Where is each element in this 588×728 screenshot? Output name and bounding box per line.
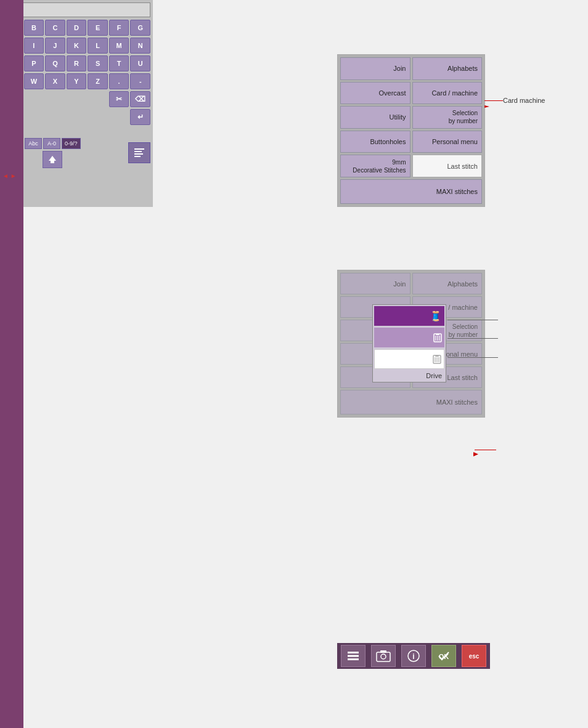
keyboard-row-3: O P Q R S T U	[2, 55, 150, 71]
keyboard-row-4: V W X Y Z . -	[2, 73, 150, 89]
key-l[interactable]: L	[88, 38, 108, 54]
key-f[interactable]: F	[109, 20, 129, 36]
key-n[interactable]: N	[130, 38, 150, 54]
text-layout-button[interactable]	[128, 142, 150, 163]
key-empty-3	[45, 91, 65, 107]
key-t[interactable]: T	[109, 55, 129, 71]
svg-marker-26	[473, 452, 478, 456]
dropdown-footer: Drive	[374, 371, 444, 381]
toolbar-ok-button[interactable]: OK	[431, 645, 456, 667]
card-machine-button[interactable]: Card / machine	[412, 82, 483, 105]
key-empty-9	[67, 109, 87, 125]
key-dash[interactable]: -	[130, 73, 150, 89]
shift-button[interactable]	[43, 151, 62, 168]
esc-icon: esc	[465, 650, 483, 662]
selection-by-number-button[interactable]: Selectionby number	[412, 106, 483, 129]
key-i[interactable]: I	[24, 38, 44, 54]
key-empty-10	[88, 109, 108, 125]
key-enter[interactable]: ↵	[130, 109, 150, 125]
maxi-button-2[interactable]: MAXI stitches	[340, 390, 482, 415]
key-s[interactable]: S	[88, 55, 108, 71]
card-machine-label: Card machine	[503, 97, 545, 104]
bottom-controls: 42.6 + - ◄ ► Abc A-0 0-9/?	[2, 127, 150, 179]
svg-rect-14	[134, 153, 143, 155]
svg-text:i: i	[412, 652, 414, 661]
toolbar-esc-button[interactable]: esc	[462, 645, 486, 667]
camera-icon	[376, 650, 391, 662]
join-button[interactable]: Join	[340, 57, 410, 80]
key-empty-7	[24, 109, 44, 125]
key-backspace[interactable]: ⌫	[130, 91, 150, 107]
shift-area	[25, 151, 81, 168]
dropdown-overlay: 🧵 Drive	[372, 304, 446, 382]
svg-rect-2	[436, 334, 439, 335]
key-empty-8	[45, 109, 65, 125]
maxi-stitches-button[interactable]: MAXI stitches	[340, 179, 482, 204]
key-u[interactable]: U	[130, 55, 150, 71]
personal-menu-button[interactable]: Personal menu	[412, 131, 483, 153]
key-c[interactable]: C	[45, 20, 65, 36]
key-r[interactable]: R	[67, 55, 87, 71]
overcast-button[interactable]: Overcast	[340, 82, 410, 105]
dropdown-item-2[interactable]	[374, 328, 444, 347]
mid-arrow-3	[447, 357, 498, 358]
top-panel: Join Alphabets Overcast Card / machine U…	[337, 54, 485, 207]
key-b[interactable]: B	[24, 20, 44, 36]
mode-abc[interactable]: Abc	[25, 138, 42, 149]
svg-text:esc: esc	[468, 653, 479, 660]
key-d[interactable]: D	[67, 20, 87, 36]
trash-icon-2	[433, 353, 441, 365]
trash-icon	[433, 331, 442, 344]
key-g[interactable]: G	[130, 20, 150, 36]
key-empty-2	[24, 91, 44, 107]
dropdown-item-1[interactable]: 🧵	[374, 306, 444, 326]
key-e[interactable]: E	[88, 20, 108, 36]
key-k[interactable]: K	[67, 38, 87, 54]
mode-a0[interactable]: A-0	[43, 138, 60, 149]
key-empty-11	[109, 109, 129, 125]
key-empty-5	[88, 91, 108, 107]
info-icon: i	[407, 649, 420, 663]
toolbar-camera-button[interactable]	[371, 645, 396, 667]
card-machine-arrow-dot	[484, 99, 489, 110]
toolbar-menu-button[interactable]	[341, 645, 365, 667]
svg-rect-20	[380, 650, 386, 653]
shift-icon	[47, 155, 57, 164]
last-stitch-button[interactable]: Last stitch	[412, 155, 483, 177]
mode-09[interactable]: 0-9/?	[62, 138, 81, 149]
utility-button[interactable]: Utility	[340, 106, 410, 129]
svg-rect-12	[134, 148, 144, 150]
key-p[interactable]: P	[24, 55, 44, 71]
alphabets-button[interactable]: Alphabets	[412, 57, 483, 80]
key-m[interactable]: M	[109, 38, 129, 54]
svg-rect-17	[348, 655, 359, 657]
key-symbol[interactable]: ✂	[109, 91, 129, 107]
buttonholes-button[interactable]: Buttonholes	[340, 131, 410, 153]
keyboard-row-2: H I J K L M N	[2, 38, 150, 54]
text-layout-icon	[133, 147, 145, 159]
bottom-arrow-head	[473, 448, 478, 459]
key-z[interactable]: Z	[88, 73, 108, 89]
svg-point-21	[381, 654, 386, 659]
bottom-toolbar: i OK esc	[337, 643, 490, 669]
key-j[interactable]: J	[45, 38, 65, 54]
key-q[interactable]: Q	[45, 55, 65, 71]
mode-area: Abc A-0 0-9/?	[25, 138, 81, 168]
key-period[interactable]: .	[109, 73, 129, 89]
join-button-2[interactable]: Join	[340, 273, 410, 294]
key-y[interactable]: Y	[67, 73, 87, 89]
layout-icon-area	[128, 142, 150, 163]
key-x[interactable]: X	[45, 73, 65, 89]
decorative-stitches-button[interactable]: 9mmDecorative Stitches	[340, 155, 410, 177]
svg-marker-11	[49, 156, 56, 163]
svg-rect-18	[348, 658, 359, 660]
alphabets-button-2[interactable]: Alphabets	[412, 273, 483, 294]
left-sidebar	[0, 0, 23, 728]
toolbar-info-button[interactable]: i	[401, 645, 426, 667]
keyboard-row-1: A B C D E F G	[2, 20, 150, 36]
crosshair: ◄ ►	[2, 172, 20, 179]
sewing-machine-icon: 🧵	[430, 310, 442, 322]
key-w[interactable]: W	[24, 73, 44, 89]
dropdown-item-3[interactable]	[374, 349, 444, 369]
svg-rect-15	[134, 156, 141, 157]
